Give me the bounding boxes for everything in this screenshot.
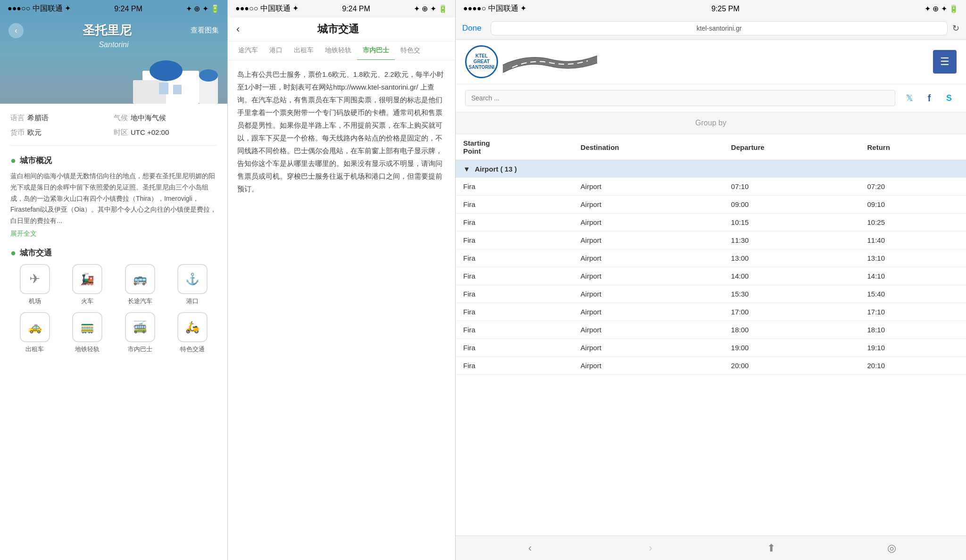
train-icon: 🚂 (72, 264, 102, 294)
cell-departure: 11:30 (724, 231, 860, 249)
done-button[interactable]: Done (462, 24, 486, 33)
svg-rect-6 (173, 85, 182, 94)
table-row: Fira Airport 19:00 19:10 (456, 339, 966, 357)
browser-topbar: Done ktel-santorini.gr ↻ (456, 17, 966, 40)
browser-back-btn[interactable]: ‹ (521, 539, 540, 558)
web-header: KTELGREATSANTORINI ☰ (456, 40, 966, 84)
tab-special[interactable]: 特色交 (395, 41, 426, 60)
cell-from: Fira (456, 303, 573, 321)
tab-metro[interactable]: 地铁轻轨 (319, 41, 357, 60)
cell-from: Fira (456, 214, 573, 231)
col-departure: Departure (724, 134, 860, 160)
cell-from: Fira (456, 285, 573, 303)
facebook-icon[interactable]: f (922, 91, 937, 106)
metro-label: 地铁轻轨 (75, 345, 100, 354)
cell-departure: 15:30 (724, 285, 860, 303)
search-input[interactable] (465, 90, 895, 106)
schedule-table: StartingPoint Destination Departure Retu… (456, 134, 966, 375)
tab-row: 途汽车 港口 出租车 地铁轻轨 市内巴士 特色交 (228, 41, 455, 60)
longbus-icon: 🚌 (125, 264, 155, 294)
col-return: Return (860, 134, 966, 160)
longbus-label: 长途汽车 (128, 297, 152, 305)
road-svg (503, 52, 597, 74)
overview-title-text: 城市概况 (20, 155, 52, 166)
expand-button[interactable]: 展开全文 (10, 230, 217, 238)
transport-train[interactable]: 🚂 火车 (63, 264, 112, 305)
panel-city-transport: ●●●○○ 中国联通 ✦ 9:24 PM ✦ ⊕ ✦ 🔋 ‹ 城市交通 途汽车 … (228, 0, 456, 560)
metro-icon: 🚃 (72, 312, 102, 342)
panel2-body: 岛上有公共巴士服务，票价1.6欧元、1.8欧元、2.2欧元，每半小时至1小时一班… (228, 60, 455, 559)
tab-citybus[interactable]: 市内巴士 (357, 41, 395, 60)
back-button-1[interactable]: ‹ (8, 23, 24, 38)
svg-point-4 (199, 69, 218, 82)
table-row: Fira Airport 11:30 11:40 (456, 231, 966, 249)
cell-to: Airport (573, 321, 724, 339)
tab-port[interactable]: 港口 (264, 41, 288, 60)
cell-from: Fira (456, 178, 573, 196)
taxi-label: 出租车 (25, 345, 44, 354)
back-button-2[interactable]: ‹ (236, 23, 240, 35)
info-language: 语言 希腊语 (10, 112, 114, 124)
cell-to: Airport (573, 196, 724, 214)
transport-metro[interactable]: 🚃 地铁轻轨 (63, 312, 112, 354)
share-btn[interactable]: ⬆ (762, 539, 781, 558)
port-icon: ⚓ (177, 264, 208, 294)
status-center-3: 9:25 PM (711, 5, 740, 13)
citybus-icon: 🚎 (125, 312, 155, 342)
cell-from: Fira (456, 321, 573, 339)
compass-btn[interactable]: ◎ (882, 539, 901, 558)
transport-port[interactable]: ⚓ 港口 (168, 264, 217, 305)
transport-taxi[interactable]: 🚕 出租车 (10, 312, 59, 354)
transport-citybus[interactable]: 🚎 市内巴士 (116, 312, 165, 354)
city-description: 蓝白相间的临海小镇是无数情侣向往的地点，想要在圣托里尼明媚的阳光下或是落日的余晖… (10, 171, 217, 227)
page-title-1: 圣托里尼 (83, 22, 132, 39)
table-row: Fira Airport 10:15 10:25 (456, 214, 966, 231)
cell-to: Airport (573, 267, 724, 285)
transport-special[interactable]: 🛵 特色交通 (168, 312, 217, 354)
citybus-label: 市内巴士 (128, 345, 152, 354)
dot-icon-2: ● (10, 247, 16, 258)
transport-airport[interactable]: ✈ 机场 (10, 264, 59, 305)
reload-button[interactable]: ↻ (952, 23, 959, 33)
tab-taxi[interactable]: 出租车 (288, 41, 319, 60)
svg-point-2 (150, 60, 183, 81)
cell-to: Airport (573, 285, 724, 303)
page-subtitle: Santorini (0, 41, 227, 55)
transport-bus[interactable]: 🚌 长途汽车 (116, 264, 165, 305)
status-right-1: ✦ ⊕ ✦ 🔋 (186, 4, 220, 13)
browser-forward-btn[interactable]: › (641, 539, 660, 558)
cell-departure: 07:10 (724, 178, 860, 196)
cell-departure: 10:15 (724, 214, 860, 231)
cell-return: 14:10 (860, 267, 966, 285)
status-right-2: ✦ ⊕ ✦ 🔋 (414, 4, 448, 13)
transport-title-text: 城市交通 (20, 247, 52, 258)
status-bar-3: ●●●●○ 中国联通 ✦ 9:25 PM ✦ ⊕ ✦ 🔋 (456, 0, 966, 17)
panel-santorini-overview: ●●●○○ 中国联通 ✦ 9:24 PM ✦ ⊕ ✦ 🔋 ‹ 圣托里尼 查看图集… (0, 0, 228, 560)
info-timezone: 时区 UTC +02:00 (114, 127, 217, 139)
cell-return: 09:10 (860, 196, 966, 214)
table-row: Fira Airport 09:00 09:10 (456, 196, 966, 214)
cell-return: 15:40 (860, 285, 966, 303)
table-row: Fira Airport 07:10 07:20 (456, 178, 966, 196)
skype-icon[interactable]: S (941, 91, 957, 106)
cell-departure: 09:00 (724, 196, 860, 214)
table-row: Fira Airport 14:00 14:10 (456, 267, 966, 285)
cell-to: Airport (573, 231, 724, 249)
cell-from: Fira (456, 196, 573, 214)
twitter-icon[interactable]: 𝕏 (902, 91, 917, 106)
tab-coach[interactable]: 途汽车 (233, 41, 264, 60)
cell-departure: 18:00 (724, 321, 860, 339)
status-bar-2: ●●●○○ 中国联通 ✦ 9:24 PM ✦ ⊕ ✦ 🔋 (228, 0, 455, 17)
menu-button[interactable]: ☰ (933, 50, 957, 74)
url-bar[interactable]: ktel-santorini.gr (491, 21, 948, 35)
cell-from: Fira (456, 267, 573, 285)
special-icon: 🛵 (177, 312, 208, 342)
gallery-button[interactable]: 查看图集 (191, 26, 219, 35)
train-label: 火车 (81, 297, 93, 305)
airport-icon: ✈ (20, 264, 50, 294)
road-logo (503, 52, 588, 71)
web-content: KTELGREATSANTORINI ☰ 𝕏 f S Group by (456, 40, 966, 557)
col-destination: Destination (573, 134, 724, 160)
status-bar-1: ●●●○○ 中国联通 ✦ 9:24 PM ✦ ⊕ ✦ 🔋 (0, 0, 227, 17)
cell-to: Airport (573, 303, 724, 321)
